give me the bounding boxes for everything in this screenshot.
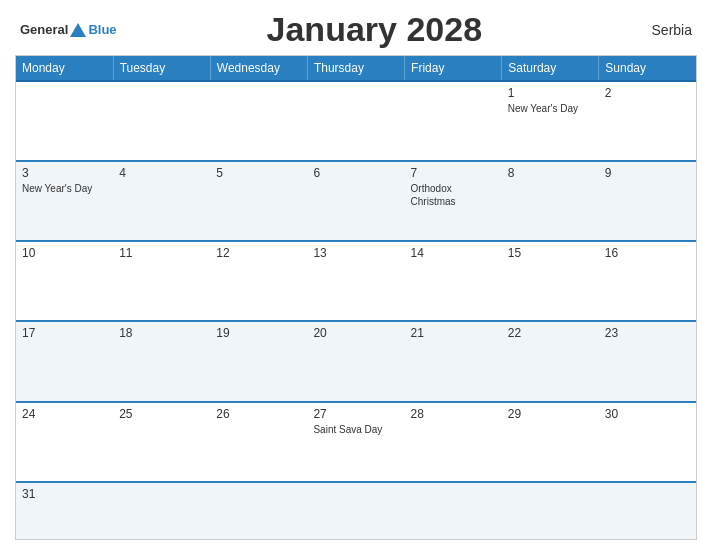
week-row-4: 17181920212223 (16, 321, 696, 401)
day-number: 7 (411, 166, 496, 180)
logo-blue-text: Blue (88, 22, 116, 37)
calendar-cell (307, 482, 404, 539)
day-number: 30 (605, 407, 690, 421)
day-header-thursday: Thursday (307, 56, 404, 81)
calendar-cell (210, 81, 307, 161)
calendar-cell: 15 (502, 241, 599, 321)
calendar-cell: 10 (16, 241, 113, 321)
calendar-cell: 14 (405, 241, 502, 321)
logo-triangle-icon (70, 23, 86, 37)
day-header-saturday: Saturday (502, 56, 599, 81)
calendar-cell: 21 (405, 321, 502, 401)
day-number: 25 (119, 407, 204, 421)
calendar-cell: 12 (210, 241, 307, 321)
calendar-cell: 24 (16, 402, 113, 482)
calendar-cell: 17 (16, 321, 113, 401)
day-number: 17 (22, 326, 107, 340)
day-header-friday: Friday (405, 56, 502, 81)
day-number: 6 (313, 166, 398, 180)
calendar-cell: 28 (405, 402, 502, 482)
calendar-cell: 6 (307, 161, 404, 241)
calendar-event: New Year's Day (22, 183, 92, 194)
calendar-cell (210, 482, 307, 539)
calendar-cell: 22 (502, 321, 599, 401)
logo-general-text: General (20, 22, 68, 37)
days-header-row: MondayTuesdayWednesdayThursdayFridaySatu… (16, 56, 696, 81)
day-number: 18 (119, 326, 204, 340)
calendar-cell: 26 (210, 402, 307, 482)
calendar-cell (307, 81, 404, 161)
calendar-cell (113, 482, 210, 539)
day-number: 15 (508, 246, 593, 260)
day-number: 5 (216, 166, 301, 180)
day-number: 13 (313, 246, 398, 260)
calendar-cell: 2 (599, 81, 696, 161)
day-number: 28 (411, 407, 496, 421)
calendar-event: Saint Sava Day (313, 424, 382, 435)
calendar-event: New Year's Day (508, 103, 578, 114)
calendar-cell: 25 (113, 402, 210, 482)
page: General Blue January 2028 Serbia MondayT… (0, 0, 712, 550)
day-number: 4 (119, 166, 204, 180)
day-number: 1 (508, 86, 593, 100)
day-number: 16 (605, 246, 690, 260)
calendar-cell (502, 482, 599, 539)
day-number: 19 (216, 326, 301, 340)
calendar-cell: 7Orthodox Christmas (405, 161, 502, 241)
calendar-cell: 13 (307, 241, 404, 321)
calendar-cell: 29 (502, 402, 599, 482)
calendar-cell: 31 (16, 482, 113, 539)
calendar-cell: 30 (599, 402, 696, 482)
day-number: 22 (508, 326, 593, 340)
day-number: 14 (411, 246, 496, 260)
calendar-cell (405, 482, 502, 539)
calendar-cell (599, 482, 696, 539)
calendar-cell: 16 (599, 241, 696, 321)
calendar-cell: 19 (210, 321, 307, 401)
day-number: 12 (216, 246, 301, 260)
calendar-cell: 8 (502, 161, 599, 241)
calendar-grid: MondayTuesdayWednesdayThursdayFridaySatu… (15, 55, 697, 540)
week-row-2: 3New Year's Day4567Orthodox Christmas89 (16, 161, 696, 241)
day-number: 23 (605, 326, 690, 340)
day-number: 10 (22, 246, 107, 260)
day-number: 27 (313, 407, 398, 421)
calendar-cell: 4 (113, 161, 210, 241)
calendar-cell: 27Saint Sava Day (307, 402, 404, 482)
day-number: 31 (22, 487, 107, 501)
day-number: 26 (216, 407, 301, 421)
day-number: 9 (605, 166, 690, 180)
calendar-event: Orthodox Christmas (411, 183, 456, 207)
day-header-sunday: Sunday (599, 56, 696, 81)
logo: General Blue (20, 22, 117, 37)
calendar-cell: 5 (210, 161, 307, 241)
day-number: 2 (605, 86, 690, 100)
calendar-cell (16, 81, 113, 161)
calendar-cell: 1New Year's Day (502, 81, 599, 161)
day-header-monday: Monday (16, 56, 113, 81)
calendar-cell: 20 (307, 321, 404, 401)
day-number: 29 (508, 407, 593, 421)
calendar-cell (113, 81, 210, 161)
country-label: Serbia (632, 22, 692, 38)
day-number: 21 (411, 326, 496, 340)
calendar-cell: 11 (113, 241, 210, 321)
week-row-3: 10111213141516 (16, 241, 696, 321)
day-number: 11 (119, 246, 204, 260)
day-header-wednesday: Wednesday (210, 56, 307, 81)
day-number: 8 (508, 166, 593, 180)
day-number: 20 (313, 326, 398, 340)
calendar-cell: 18 (113, 321, 210, 401)
calendar-cell (405, 81, 502, 161)
calendar-cell: 9 (599, 161, 696, 241)
day-header-tuesday: Tuesday (113, 56, 210, 81)
calendar-header: General Blue January 2028 Serbia (15, 10, 697, 49)
day-number: 24 (22, 407, 107, 421)
day-number: 3 (22, 166, 107, 180)
week-row-6: 31 (16, 482, 696, 539)
week-row-5: 24252627Saint Sava Day282930 (16, 402, 696, 482)
calendar-title: January 2028 (117, 10, 632, 49)
calendar-cell: 3New Year's Day (16, 161, 113, 241)
calendar-cell: 23 (599, 321, 696, 401)
week-row-1: 1New Year's Day2 (16, 81, 696, 161)
